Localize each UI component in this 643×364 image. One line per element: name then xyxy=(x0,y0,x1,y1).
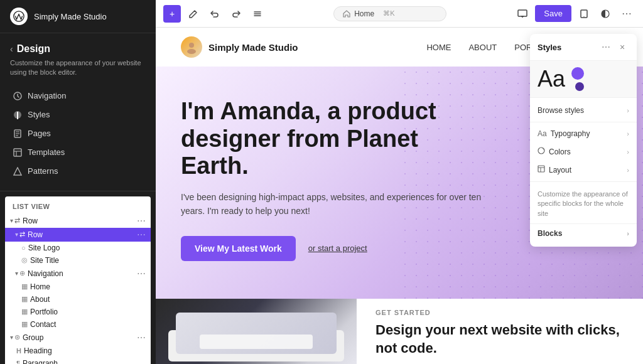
color-dots xyxy=(571,67,584,91)
tree-item-home[interactable]: ▦ Home xyxy=(5,281,151,293)
list-view-title: List view xyxy=(5,203,151,214)
tree-label-paragraph: Paragraph xyxy=(23,359,146,364)
sidebar-item-navigation[interactable]: Navigation xyxy=(10,87,146,105)
back-arrow-icon[interactable]: ‹ xyxy=(10,44,13,54)
browse-styles-left: Browse styles xyxy=(538,106,584,115)
tree-item-about[interactable]: ▦ About xyxy=(5,293,151,306)
aa-preview-text: Aa xyxy=(538,68,565,90)
pencil-button[interactable] xyxy=(185,5,202,23)
styles-divider-2 xyxy=(530,181,637,182)
tree-toggle-nav: ▾ xyxy=(15,270,18,277)
tablet-view-button[interactable] xyxy=(575,5,593,23)
typography-icon: Aa xyxy=(538,129,547,138)
save-button[interactable]: Save xyxy=(535,5,571,22)
redo-button[interactable] xyxy=(227,5,245,23)
svg-point-21 xyxy=(187,49,196,54)
layout-label: Layout xyxy=(549,166,571,174)
styles-preview: Aa xyxy=(530,61,637,98)
group-options[interactable]: ⋯ xyxy=(137,333,146,343)
tree-label-nav: Navigation xyxy=(28,269,137,278)
sidebar-site-title: Simply Made Studio xyxy=(34,12,107,21)
cta-secondary-link[interactable]: or start a project xyxy=(308,244,367,253)
typography-chevron: › xyxy=(627,130,629,137)
undo-button[interactable] xyxy=(206,5,224,23)
wp-logo-icon xyxy=(10,8,28,25)
nav-label: Navigation xyxy=(28,91,66,100)
typography-item[interactable]: Aa Typography › xyxy=(530,125,637,142)
sidebar-item-patterns[interactable]: Patterns xyxy=(10,162,146,181)
get-started-tag: GET STARTED xyxy=(376,309,624,316)
tree-item-group[interactable]: ▾ ⊛ Group ⋯ xyxy=(5,331,151,345)
url-bar[interactable]: Home ⌘K xyxy=(333,6,446,21)
tree-item-row-2[interactable]: ▾ ⇄ Row ⋯ xyxy=(5,228,151,242)
paragraph-icon: ¶ xyxy=(16,360,20,364)
nav-options[interactable]: ⋯ xyxy=(137,269,146,279)
layout-chevron: › xyxy=(627,166,629,174)
tree-item-sitelogo[interactable]: ○ Site Logo xyxy=(5,242,151,254)
tree-label-about: About xyxy=(30,295,146,304)
pencil-icon xyxy=(189,9,198,18)
tree-item-paragraph[interactable]: ¶ Paragraph xyxy=(5,357,151,364)
tree-item-navigation[interactable]: ▾ ⊕ Navigation ⋯ xyxy=(5,267,151,281)
sidebar-item-pages[interactable]: Pages xyxy=(10,124,146,143)
nav-link-home[interactable]: HOME xyxy=(426,43,451,52)
about-icon: ▦ xyxy=(21,295,28,303)
home-url-icon xyxy=(343,10,350,18)
sidebar-item-styles[interactable]: Styles xyxy=(10,105,146,124)
below-hero-title: Design your next website with clicks, no… xyxy=(376,321,624,357)
tree-item-contact[interactable]: ▦ Contact xyxy=(5,318,151,331)
svg-point-20 xyxy=(189,43,194,48)
design-title: Design xyxy=(17,43,50,55)
styles-close-button[interactable]: × xyxy=(615,40,629,54)
topbar-center: Home ⌘K xyxy=(271,6,509,21)
contact-icon: ▦ xyxy=(21,320,28,328)
tree-item-portfolio[interactable]: ▦ Portfolio xyxy=(5,306,151,318)
styles-panel: Styles ⋯ × Aa Browse styles › xyxy=(530,34,637,247)
patterns-icon xyxy=(13,166,23,176)
row-icon-2: ⇄ xyxy=(19,230,25,238)
design-menu: Navigation Styles xyxy=(10,87,146,181)
shortcut-text: ⌘K xyxy=(383,9,394,18)
styles-icon xyxy=(13,110,23,120)
tree-label-contact: Contact xyxy=(30,320,146,329)
topbar-left: + xyxy=(163,5,266,23)
tree-options-icon-2[interactable]: ⋯ xyxy=(137,230,146,240)
layout-item[interactable]: Layout › xyxy=(530,161,637,179)
colors-left: Colors xyxy=(538,147,571,156)
more-options-button[interactable]: ⋯ xyxy=(618,5,635,23)
sidebar-item-templates[interactable]: Templates xyxy=(10,143,146,162)
heading-icon: H xyxy=(16,347,21,355)
styles-more-button[interactable]: ⋯ xyxy=(599,40,613,54)
nav-link-about[interactable]: ABOUT xyxy=(468,43,497,52)
add-button[interactable]: + xyxy=(163,5,181,23)
tree-item-row-1[interactable]: ▾ ⇄ Row ⋯ xyxy=(5,214,151,228)
browse-styles-item[interactable]: Browse styles › xyxy=(530,102,637,119)
typography-label: Typography xyxy=(551,129,590,138)
avatar-image xyxy=(185,40,198,54)
tree-label-portfolio: Portfolio xyxy=(30,308,146,316)
group-icon: ⊛ xyxy=(14,333,20,341)
desktop-view-button[interactable] xyxy=(514,5,531,23)
colors-chevron: › xyxy=(627,148,629,156)
more-icon: ⋯ xyxy=(622,8,632,19)
tree-label-heading: Heading xyxy=(24,346,146,355)
tree-toggle-icon-2: ▾ xyxy=(15,231,18,238)
svg-rect-14 xyxy=(518,10,527,16)
tree-item-sitetitle[interactable]: ◎ Site Title xyxy=(5,254,151,267)
layout-left: Layout xyxy=(538,165,571,174)
dark-mode-button[interactable] xyxy=(597,5,614,23)
hero-subtitle: I've been designing high-impact apps, we… xyxy=(181,190,482,218)
styles-panel-actions: ⋯ × xyxy=(599,40,629,54)
list-button[interactable] xyxy=(249,5,266,23)
svg-rect-23 xyxy=(538,166,544,172)
tree-item-heading[interactable]: H Heading xyxy=(5,345,151,357)
colors-item[interactable]: Colors › xyxy=(530,142,637,161)
tree-options-icon[interactable]: ⋯ xyxy=(137,216,146,226)
svg-marker-10 xyxy=(14,168,21,175)
topbar-right: Save ⋯ xyxy=(514,5,635,23)
tablet-icon xyxy=(580,9,588,18)
cta-primary-button[interactable]: View My Latest Work xyxy=(181,236,296,261)
layout-icon xyxy=(538,165,545,174)
blocks-item[interactable]: Blocks › xyxy=(530,224,637,243)
portfolio-icon: ▦ xyxy=(21,308,28,316)
